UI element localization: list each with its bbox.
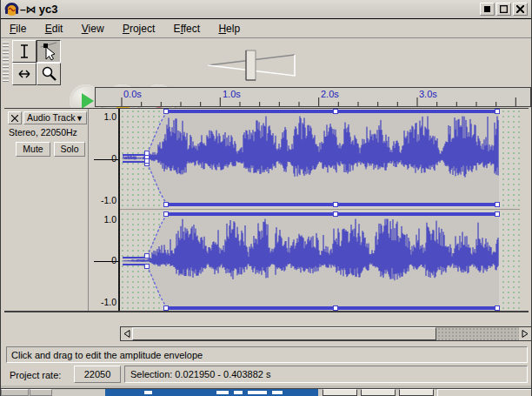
title-bar[interactable]: –⋈ yc3	[1, 0, 532, 19]
ruler-label-2s: 2.0s	[321, 89, 339, 99]
menu-view[interactable]: View	[82, 19, 104, 38]
minimize-icon	[484, 6, 490, 12]
time-shift-tool-button[interactable]	[12, 63, 37, 85]
background-window-button[interactable]	[399, 389, 434, 396]
track-close-button[interactable]	[8, 111, 22, 124]
ruler-label-1s: 1.0s	[223, 89, 241, 99]
scale-ch2-max: 1.0	[103, 214, 116, 225]
magnifier-icon	[40, 65, 57, 83]
project-rate-label: Project rate:	[10, 370, 61, 380]
toolbar	[1, 38, 532, 85]
scroll-right-icon	[522, 330, 529, 338]
track-title-dropdown[interactable]: Audio Track ▼	[23, 111, 87, 124]
maximize-icon	[500, 5, 508, 13]
project-rate-value: 22050	[74, 366, 121, 383]
close-icon	[516, 5, 524, 13]
audacity-logo-icon	[4, 2, 19, 17]
ruler-label-3s: 3.0s	[419, 89, 437, 99]
scale-ch1-max: 1.0	[103, 111, 116, 122]
zero-line-ch2	[94, 261, 120, 262]
scroll-left-button[interactable]	[121, 327, 133, 340]
mute-button[interactable]: Mute	[16, 142, 50, 157]
audacity-window: –⋈ yc3 File Edit View Project Effect Hel…	[0, 0, 532, 396]
background-window-edge	[437, 389, 532, 396]
slider-thumb	[246, 50, 256, 80]
vertical-scale: 1.0 0 -1.0 1.0 0 -1.0	[89, 109, 120, 311]
menu-file[interactable]: File	[10, 19, 26, 38]
zoom-tool-button[interactable]	[37, 63, 61, 85]
scrollbar-thumb[interactable]	[132, 327, 436, 340]
close-button[interactable]	[513, 3, 528, 16]
background-window-button[interactable]	[361, 389, 396, 396]
menu-bar: File Edit View Project Effect Help	[1, 19, 532, 38]
track-close-icon	[11, 115, 18, 122]
envelope-pointer-icon	[39, 42, 58, 61]
menu-effect[interactable]: Effect	[174, 19, 200, 38]
selection-tool-button[interactable]	[12, 40, 37, 63]
scroll-left-icon	[123, 330, 130, 338]
ibeam-icon	[17, 44, 31, 59]
background-window-segment	[30, 389, 52, 396]
scale-ch1-zero: 0	[111, 153, 116, 164]
chevron-down-icon: ▼	[76, 113, 83, 124]
waveform-channel-right[interactable]	[120, 211, 520, 311]
scale-ch2-zero: 0	[111, 255, 116, 265]
status-message: Click and drag to edit the amplitude env…	[6, 346, 528, 363]
scale-ch1-min: -1.0	[101, 195, 116, 205]
play-icon	[82, 93, 94, 109]
window-title: yc3	[39, 3, 58, 16]
minimize-button[interactable]	[480, 3, 495, 16]
track-control-panel: Audio Track ▼ Stereo, 22050Hz Mute Solo	[4, 109, 89, 311]
zero-line-ch1	[94, 159, 120, 160]
track-area: Audio Track ▼ Stereo, 22050Hz Mute Solo …	[4, 108, 529, 312]
timeline-ruler[interactable]: 0.0s 1.0s 2.0s 3.0s	[95, 87, 531, 107]
track-info: Stereo, 22050Hz	[9, 127, 77, 138]
maximize-button[interactable]	[496, 3, 511, 16]
toolbar-grip[interactable]	[3, 42, 9, 82]
envelope-tool-button[interactable]	[37, 40, 61, 63]
window-controls	[480, 3, 528, 16]
window-pin-icon: –⋈	[20, 3, 37, 16]
menu-edit[interactable]: Edit	[45, 19, 63, 38]
scale-ch2-min: -1.0	[101, 297, 116, 307]
double-arrow-icon	[16, 69, 33, 79]
menu-project[interactable]: Project	[123, 19, 155, 38]
background-window-strip	[1, 389, 532, 396]
scroll-right-button[interactable]	[519, 327, 531, 340]
horizontal-scrollbar[interactable]	[120, 326, 531, 341]
background-window-corner	[1, 389, 29, 396]
background-window-button[interactable]	[323, 389, 357, 396]
track-right-margin	[520, 109, 529, 311]
ruler-ticks	[96, 88, 530, 106]
solo-button[interactable]: Solo	[54, 142, 85, 157]
waveform-channel-left[interactable]	[120, 109, 520, 207]
ruler-label-0s: 0.0s	[123, 89, 142, 99]
background-window-titlebar[interactable]	[105, 389, 318, 396]
menu-help[interactable]: Help	[218, 19, 240, 38]
channel-separator	[120, 209, 520, 211]
selection-readout: Selection: 0.021950 - 0.403882 s	[124, 366, 528, 383]
volume-slider[interactable]	[206, 49, 302, 82]
track-name: Audio Track	[27, 112, 75, 123]
